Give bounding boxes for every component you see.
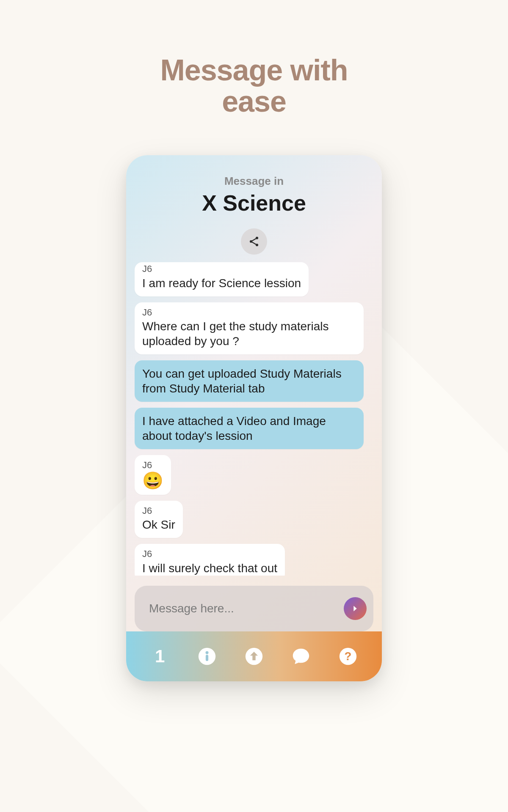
chat-icon (292, 647, 310, 666)
nav-item-chat[interactable] (290, 646, 312, 667)
message-bubble[interactable]: J6I am ready for Science lession (135, 262, 309, 296)
svg-line-4 (252, 242, 256, 244)
help-icon: ? (339, 647, 357, 666)
message-bubble[interactable]: J6😀 (135, 455, 171, 495)
message-composer[interactable]: Message here... (135, 586, 373, 631)
message-text: Where can I get the study materials uplo… (142, 319, 356, 348)
nav-label-1: 1 (155, 646, 165, 667)
nav-item-help[interactable]: ? (337, 646, 359, 667)
message-text: Ok Sir (142, 517, 175, 532)
header-title: X Science (126, 190, 382, 216)
message-bubble[interactable]: J6Ok Sir (135, 501, 183, 538)
info-icon (198, 647, 216, 666)
header-subtitle: Message in (126, 175, 382, 188)
share-icon (248, 236, 260, 247)
message-sender: J6 (142, 307, 356, 318)
message-bubble[interactable]: J6Where can I get the study materials up… (135, 302, 364, 355)
message-text: I will surely check that out (142, 561, 277, 576)
message-bubble[interactable]: J6I will surely check that out (135, 544, 285, 576)
bottom-nav: 1 ? (126, 631, 382, 681)
message-bubble[interactable]: You can get uploaded Study Materials fro… (135, 360, 364, 402)
share-button[interactable] (241, 228, 267, 255)
message-text: You can get uploaded Study Materials fro… (142, 366, 356, 396)
svg-line-3 (252, 239, 256, 241)
send-icon (351, 604, 360, 613)
svg-rect-7 (206, 655, 208, 661)
phone-frame: Message in X Science J6I am ready for Sc… (126, 155, 382, 681)
message-sender: J6 (142, 459, 163, 471)
message-text: I have attached a Video and Image about … (142, 414, 356, 443)
send-button[interactable] (344, 597, 367, 620)
message-bubble[interactable]: I have attached a Video and Image about … (135, 408, 364, 449)
message-text: I am ready for Science lession (142, 276, 301, 291)
message-text: 😀 (142, 472, 163, 489)
nav-item-upload[interactable] (243, 646, 265, 667)
page-title-line1: Message with (160, 54, 348, 87)
upload-icon (245, 647, 263, 666)
phone-header: Message in X Science (126, 155, 382, 216)
svg-point-6 (205, 651, 208, 654)
chat-area: J6I am ready for Science lessionJ6Where … (126, 255, 382, 576)
svg-text:?: ? (345, 650, 352, 663)
message-sender: J6 (142, 263, 301, 275)
message-sender: J6 (142, 505, 175, 517)
message-sender: J6 (142, 548, 277, 560)
composer-placeholder: Message here... (149, 602, 344, 615)
page-title-line2: ease (222, 85, 286, 118)
nav-item-info[interactable] (196, 646, 218, 667)
nav-item-1[interactable]: 1 (149, 646, 171, 667)
page-title: Message with ease (0, 55, 508, 117)
